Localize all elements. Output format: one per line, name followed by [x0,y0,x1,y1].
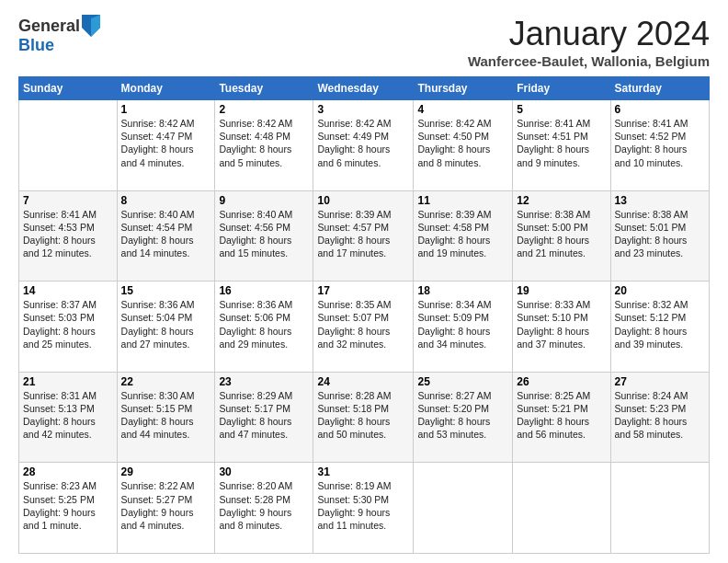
calendar-week-3: 14Sunrise: 8:37 AMSunset: 5:03 PMDayligh… [19,282,710,373]
calendar-cell: 3Sunrise: 8:42 AMSunset: 4:49 PMDaylight… [313,100,414,191]
cell-content: Sunrise: 8:36 AMSunset: 5:06 PMDaylight:… [219,298,309,350]
calendar-cell: 9Sunrise: 8:40 AMSunset: 4:56 PMDaylight… [215,190,313,282]
day-number: 11 [417,194,508,207]
cell-content: Sunrise: 8:38 AMSunset: 5:01 PMDaylight:… [615,208,705,260]
cell-content: Sunrise: 8:41 AMSunset: 4:52 PMDaylight:… [615,117,705,169]
col-friday: Friday [513,77,610,100]
calendar-cell: 21Sunrise: 8:31 AMSunset: 5:13 PMDayligh… [19,372,118,463]
day-number: 31 [317,465,409,478]
day-number: 25 [417,375,508,388]
day-number: 17 [317,284,409,297]
calendar-week-5: 28Sunrise: 8:23 AMSunset: 5:25 PMDayligh… [19,463,710,554]
calendar-cell: 29Sunrise: 8:22 AMSunset: 5:27 PMDayligh… [117,463,215,554]
calendar-cell [513,463,610,554]
day-number: 15 [121,284,211,297]
logo-text: General Blue [18,15,100,53]
col-wednesday: Wednesday [313,77,414,100]
svg-marker-1 [91,15,100,37]
calendar-cell: 12Sunrise: 8:38 AMSunset: 5:00 PMDayligh… [513,190,610,282]
calendar-cell: 30Sunrise: 8:20 AMSunset: 5:28 PMDayligh… [215,463,313,554]
calendar-cell [610,463,709,554]
col-tuesday: Tuesday [215,77,313,100]
day-number: 22 [121,375,211,388]
cell-content: Sunrise: 8:25 AMSunset: 5:21 PMDaylight:… [517,389,606,442]
logo-general: General [18,17,80,34]
calendar-cell: 31Sunrise: 8:19 AMSunset: 5:30 PMDayligh… [313,463,414,554]
cell-content: Sunrise: 8:42 AMSunset: 4:50 PMDaylight:… [417,117,508,169]
calendar-cell: 23Sunrise: 8:29 AMSunset: 5:17 PMDayligh… [215,372,313,463]
cell-content: Sunrise: 8:37 AMSunset: 5:03 PMDaylight:… [23,298,113,350]
cell-content: Sunrise: 8:27 AMSunset: 5:20 PMDaylight:… [417,389,508,442]
page: General Blue January 2024 Wanfercee-Baul… [0,0,728,563]
calendar-cell: 16Sunrise: 8:36 AMSunset: 5:06 PMDayligh… [215,282,313,373]
cell-content: Sunrise: 8:20 AMSunset: 5:28 PMDaylight:… [219,479,309,532]
calendar-cell: 26Sunrise: 8:25 AMSunset: 5:21 PMDayligh… [513,372,610,463]
calendar-cell [19,100,118,191]
cell-content: Sunrise: 8:41 AMSunset: 4:51 PMDaylight:… [517,117,606,169]
calendar-table: Sunday Monday Tuesday Wednesday Thursday… [18,76,710,554]
day-number: 5 [517,103,606,116]
month-title: January 2024 [468,15,710,53]
day-number: 10 [317,194,409,207]
calendar-cell: 2Sunrise: 8:42 AMSunset: 4:48 PMDaylight… [215,100,313,191]
calendar-cell: 11Sunrise: 8:39 AMSunset: 4:58 PMDayligh… [414,190,513,282]
cell-content: Sunrise: 8:35 AMSunset: 5:07 PMDaylight:… [317,298,409,350]
calendar-cell: 24Sunrise: 8:28 AMSunset: 5:18 PMDayligh… [313,372,414,463]
calendar-cell: 7Sunrise: 8:41 AMSunset: 4:53 PMDaylight… [19,190,118,282]
calendar-cell: 17Sunrise: 8:35 AMSunset: 5:07 PMDayligh… [313,282,414,373]
calendar-cell: 15Sunrise: 8:36 AMSunset: 5:04 PMDayligh… [117,282,215,373]
cell-content: Sunrise: 8:19 AMSunset: 5:30 PMDaylight:… [317,479,409,532]
cell-content: Sunrise: 8:32 AMSunset: 5:12 PMDaylight:… [615,298,705,350]
cell-content: Sunrise: 8:39 AMSunset: 4:57 PMDaylight:… [317,208,409,260]
day-number: 20 [615,284,705,297]
day-number: 9 [219,194,309,207]
calendar-cell: 27Sunrise: 8:24 AMSunset: 5:23 PMDayligh… [610,372,709,463]
day-number: 16 [219,284,309,297]
calendar-cell: 14Sunrise: 8:37 AMSunset: 5:03 PMDayligh… [19,282,118,373]
header: General Blue January 2024 Wanfercee-Baul… [18,15,710,69]
cell-content: Sunrise: 8:42 AMSunset: 4:48 PMDaylight:… [219,117,309,169]
day-number: 14 [23,284,113,297]
cell-content: Sunrise: 8:30 AMSunset: 5:15 PMDaylight:… [121,389,211,442]
calendar-cell: 28Sunrise: 8:23 AMSunset: 5:25 PMDayligh… [19,463,118,554]
cell-content: Sunrise: 8:39 AMSunset: 4:58 PMDaylight:… [417,208,508,260]
day-number: 29 [121,465,211,478]
day-number: 7 [23,194,113,207]
col-sunday: Sunday [19,77,118,100]
day-number: 2 [219,103,309,116]
cell-content: Sunrise: 8:40 AMSunset: 4:54 PMDaylight:… [121,208,211,260]
location: Wanfercee-Baulet, Wallonia, Belgium [468,53,710,69]
calendar-cell: 6Sunrise: 8:41 AMSunset: 4:52 PMDaylight… [610,100,709,191]
logo-icon [82,15,100,37]
day-number: 6 [615,103,705,116]
cell-content: Sunrise: 8:28 AMSunset: 5:18 PMDaylight:… [317,389,409,442]
calendar-cell: 4Sunrise: 8:42 AMSunset: 4:50 PMDaylight… [414,100,513,191]
cell-content: Sunrise: 8:22 AMSunset: 5:27 PMDaylight:… [121,479,211,532]
cell-content: Sunrise: 8:34 AMSunset: 5:09 PMDaylight:… [417,298,508,350]
calendar-cell: 22Sunrise: 8:30 AMSunset: 5:15 PMDayligh… [117,372,215,463]
col-monday: Monday [117,77,215,100]
cell-content: Sunrise: 8:40 AMSunset: 4:56 PMDaylight:… [219,208,309,260]
calendar-cell: 13Sunrise: 8:38 AMSunset: 5:01 PMDayligh… [610,190,709,282]
calendar-cell: 8Sunrise: 8:40 AMSunset: 4:54 PMDaylight… [117,190,215,282]
cell-content: Sunrise: 8:24 AMSunset: 5:23 PMDaylight:… [615,389,705,442]
cell-content: Sunrise: 8:33 AMSunset: 5:10 PMDaylight:… [517,298,606,350]
logo-blue: Blue [18,37,100,53]
cell-content: Sunrise: 8:29 AMSunset: 5:17 PMDaylight:… [219,389,309,442]
cell-content: Sunrise: 8:41 AMSunset: 4:53 PMDaylight:… [23,208,113,260]
day-number: 8 [121,194,211,207]
calendar-cell: 25Sunrise: 8:27 AMSunset: 5:20 PMDayligh… [414,372,513,463]
cell-content: Sunrise: 8:42 AMSunset: 4:49 PMDaylight:… [317,117,409,169]
day-number: 23 [219,375,309,388]
calendar-cell: 1Sunrise: 8:42 AMSunset: 4:47 PMDaylight… [117,100,215,191]
col-saturday: Saturday [610,77,709,100]
day-number: 1 [121,103,211,116]
calendar-week-2: 7Sunrise: 8:41 AMSunset: 4:53 PMDaylight… [19,190,710,282]
calendar-week-4: 21Sunrise: 8:31 AMSunset: 5:13 PMDayligh… [19,372,710,463]
day-number: 13 [615,194,705,207]
title-block: January 2024 Wanfercee-Baulet, Wallonia,… [468,15,710,69]
calendar-week-1: 1Sunrise: 8:42 AMSunset: 4:47 PMDaylight… [19,100,710,191]
cell-content: Sunrise: 8:38 AMSunset: 5:00 PMDaylight:… [517,208,606,260]
day-number: 24 [317,375,409,388]
day-number: 27 [615,375,705,388]
